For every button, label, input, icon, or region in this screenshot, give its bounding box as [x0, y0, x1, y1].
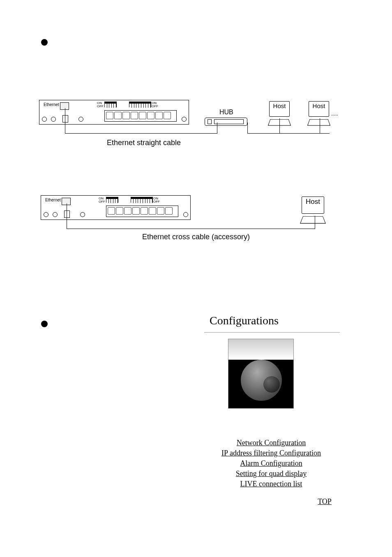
cable-segment: [67, 203, 67, 229]
screw: [53, 212, 58, 217]
bnc-connectors: [106, 206, 178, 217]
screw: [183, 212, 188, 217]
screw: [182, 117, 187, 122]
camera-lens: [263, 376, 280, 393]
dots: .....: [331, 111, 338, 117]
ethernet-label: Ethernet: [45, 198, 61, 202]
host-label: Host: [273, 102, 286, 109]
on-off-label: ONOFF: [152, 102, 158, 108]
cable-segment: [247, 122, 248, 134]
link-ipfilter-config[interactable]: IP address filtering Configuration: [201, 449, 341, 458]
screw: [51, 117, 56, 122]
host-monitor-2: Host: [309, 101, 329, 117]
host-label: Host: [306, 198, 320, 206]
host-monitor-1: Host: [269, 101, 290, 117]
screw: [44, 212, 48, 217]
bnc-connectors: [104, 110, 177, 122]
ethernet-label: Ethernet: [44, 102, 59, 107]
dip-switch-2: [129, 102, 151, 107]
screw: [42, 117, 47, 122]
device-back-panel-2: Ethernet ONOFF ONOFF: [41, 195, 191, 220]
hub-label: HUB: [219, 109, 233, 116]
ethernet-port: [60, 102, 69, 110]
host-monitor: Host: [302, 196, 324, 214]
device-back-panel-1: Ethernet ONOFF ONOFF: [39, 100, 189, 125]
config-title: Configurations: [210, 314, 279, 327]
screw: [80, 212, 85, 217]
cable-segment: [65, 133, 217, 134]
on-off-label: ONOFF: [97, 102, 104, 108]
cable-segment: [247, 133, 330, 134]
cable-segment: [65, 108, 65, 134]
power-connector: [62, 115, 68, 122]
link-live-list[interactable]: LIVE connection list: [201, 480, 341, 488]
camera-image: [228, 339, 294, 409]
host-label: Host: [313, 102, 325, 109]
dip-switch-1: [104, 102, 117, 107]
on-off-label: ONOFF: [153, 197, 160, 203]
link-quad-config[interactable]: Setting for quad display: [201, 469, 341, 478]
host-keyboard-1: [268, 119, 291, 126]
straight-cable-caption: Ethernet straight cable: [101, 139, 187, 147]
link-network-config[interactable]: Network Configuration: [201, 439, 341, 447]
hub-device: [205, 118, 247, 126]
bullet-1: [41, 39, 48, 46]
screw: [78, 117, 83, 122]
dip-switch-2: [131, 197, 153, 203]
dip-switch-1: [106, 197, 118, 203]
host-keyboard: [300, 216, 326, 224]
link-alarm-config[interactable]: Alarm Configuration: [201, 459, 341, 468]
on-off-label: ONOFF: [99, 197, 105, 203]
link-top[interactable]: TOP: [312, 497, 337, 506]
cable-segment: [67, 229, 315, 229]
config-divider: [204, 332, 340, 333]
host-keyboard-2: [307, 119, 330, 126]
power-connector: [64, 210, 70, 218]
cross-cable-caption: Ethernet cross cable (accessory): [134, 233, 258, 241]
bullet-2: [41, 321, 48, 327]
diagram-network-hub: Ethernet ONOFF ONOFF HUB Host Ho: [37, 98, 353, 151]
ethernet-port: [62, 198, 71, 205]
